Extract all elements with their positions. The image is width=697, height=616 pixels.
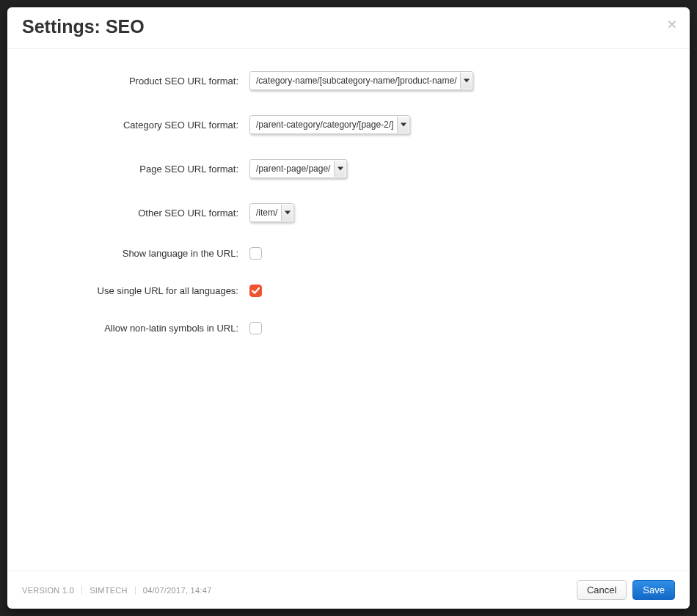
chevron-down-icon: [334, 161, 346, 177]
category-seo-url-select[interactable]: /parent-category/category/[page-2/]: [249, 115, 410, 134]
footer-vendor: SIMTECH: [90, 586, 128, 595]
settings-modal: Settings: SEO × Product SEO URL format: …: [7, 7, 690, 609]
footer-meta: VERSION 1.0 SIMTECH 04/07/2017, 14:47: [22, 586, 212, 595]
close-icon[interactable]: ×: [668, 16, 676, 32]
field-category-seo-url: Category SEO URL format: /parent-categor…: [22, 115, 675, 134]
field-label: Show language in the URL:: [22, 248, 249, 259]
select-value: /parent-page/page/: [250, 160, 346, 177]
non-latin-checkbox[interactable]: [249, 322, 262, 334]
field-product-seo-url: Product SEO URL format: /category-name/[…: [22, 71, 675, 90]
check-icon: [252, 287, 260, 295]
field-label: Product SEO URL format:: [22, 76, 249, 87]
modal-footer: VERSION 1.0 SIMTECH 04/07/2017, 14:47 Ca…: [7, 571, 690, 609]
field-label: Page SEO URL format:: [22, 164, 249, 175]
modal-header: Settings: SEO ×: [7, 7, 690, 49]
footer-datetime: 04/07/2017, 14:47: [143, 586, 212, 595]
cancel-button[interactable]: Cancel: [577, 580, 627, 600]
chevron-down-icon: [397, 117, 409, 133]
footer-divider: [81, 586, 82, 595]
field-non-latin: Allow non-latin symbols in URL:: [22, 322, 675, 334]
field-show-language: Show language in the URL:: [22, 247, 675, 260]
select-value: /category-name/[subcategory-name/]produc…: [250, 72, 472, 89]
show-language-checkbox[interactable]: [249, 247, 262, 260]
footer-version: VERSION 1.0: [22, 586, 74, 595]
field-label: Use single URL for all languages:: [22, 285, 249, 296]
single-url-checkbox[interactable]: [249, 285, 262, 297]
save-button[interactable]: Save: [632, 580, 675, 600]
select-value: /parent-category/category/[page-2/]: [250, 116, 409, 133]
chevron-down-icon: [460, 73, 472, 89]
product-seo-url-select[interactable]: /category-name/[subcategory-name/]produc…: [249, 71, 473, 90]
chevron-down-icon: [281, 205, 293, 221]
other-seo-url-select[interactable]: /item/: [249, 203, 294, 222]
modal-body: Product SEO URL format: /category-name/[…: [7, 49, 690, 571]
field-other-seo-url: Other SEO URL format: /item/: [22, 203, 675, 222]
page-seo-url-select[interactable]: /parent-page/page/: [249, 159, 347, 178]
field-label: Allow non-latin symbols in URL:: [22, 323, 249, 334]
footer-divider: [135, 586, 136, 595]
field-label: Other SEO URL format:: [22, 208, 249, 219]
field-single-url: Use single URL for all languages:: [22, 285, 675, 297]
field-label: Category SEO URL format:: [22, 120, 249, 131]
modal-title: Settings: SEO: [22, 16, 675, 37]
field-page-seo-url: Page SEO URL format: /parent-page/page/: [22, 159, 675, 178]
